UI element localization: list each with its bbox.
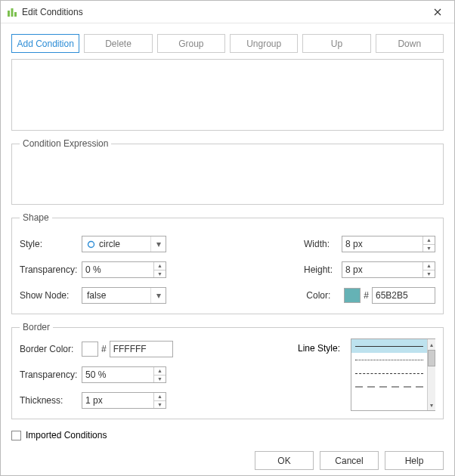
dialog-content: Add Condition Delete Group Ungroup Up Do… (1, 23, 454, 476)
spin-up-icon[interactable]: ▲ (154, 367, 166, 375)
height-value: 8 px (342, 264, 422, 275)
thickness-spinner[interactable]: 1 px ▲▼ (82, 392, 166, 409)
svg-rect-2 (14, 12, 17, 17)
style-label: Style: (20, 239, 82, 249)
hash-symbol: # (364, 290, 369, 301)
spin-down-icon[interactable]: ▼ (154, 400, 166, 409)
show-node-combo[interactable]: false ▾ (82, 287, 166, 304)
imported-conditions-checkbox[interactable] (11, 431, 21, 440)
line-style-solid[interactable] (351, 339, 427, 353)
title-left: Edit Conditions (7, 7, 83, 17)
spin-down-icon[interactable]: ▼ (154, 270, 166, 278)
line-style-label: Line Style: (298, 338, 351, 411)
line-style-dashed-long[interactable] (351, 380, 427, 394)
thickness-value: 1 px (82, 395, 153, 406)
border-transparency-label: Transparency: (20, 369, 82, 380)
help-button[interactable]: Help (385, 451, 444, 470)
add-condition-button[interactable]: Add Condition (11, 34, 79, 53)
show-node-value: false (82, 290, 150, 301)
spin-up-icon[interactable]: ▲ (423, 236, 435, 244)
delete-button[interactable]: Delete (84, 34, 152, 53)
spin-down-icon[interactable]: ▼ (423, 270, 435, 278)
condition-list[interactable] (11, 59, 444, 131)
style-combo[interactable]: circle ▾ (82, 236, 166, 252)
chevron-down-icon: ▾ (150, 288, 166, 303)
hash-symbol: # (101, 344, 107, 354)
up-button[interactable]: Up (302, 34, 370, 53)
toolbar: Add Condition Delete Group Ungroup Up Do… (11, 34, 444, 53)
scroll-thumb[interactable] (428, 350, 435, 366)
border-group: Border Border Color: # Transparency: 50 … (11, 322, 444, 419)
imported-conditions-label: Imported Conditions (26, 430, 107, 440)
spin-down-icon[interactable]: ▼ (154, 375, 166, 383)
border-color-hex-input[interactable] (110, 341, 173, 357)
border-color-label: Border Color: (20, 344, 82, 354)
title-bar: Edit Conditions (1, 1, 454, 23)
shape-transparency-value: 0 % (82, 264, 153, 275)
dialog-footer: OK Cancel Help (11, 451, 444, 470)
show-node-label: Show Node: (20, 290, 82, 301)
group-button[interactable]: Group (157, 34, 225, 53)
shape-legend: Shape (20, 212, 52, 223)
circle-icon (85, 239, 96, 249)
color-hex-input[interactable] (372, 287, 435, 304)
shape-group: Shape Style: circle ▾ Width: 8 px ▲▼ Tra… (11, 212, 444, 314)
border-transparency-value: 50 % (82, 369, 153, 380)
shape-transparency-spinner[interactable]: 0 % ▲▼ (82, 261, 166, 278)
scroll-up-icon[interactable]: ▴ (428, 339, 435, 350)
width-label: Width: (304, 239, 342, 249)
spin-up-icon[interactable]: ▲ (154, 262, 166, 270)
scroll-down-icon[interactable]: ▾ (428, 400, 435, 410)
thickness-label: Thickness: (20, 395, 82, 406)
line-style-dotted[interactable] (351, 353, 427, 366)
condition-expression-legend: Condition Expression (20, 138, 111, 149)
height-spinner[interactable]: 8 px ▲▼ (342, 261, 435, 278)
condition-expression-area[interactable] (20, 155, 435, 196)
height-label: Height: (304, 264, 342, 275)
condition-expression-group: Condition Expression (11, 138, 444, 205)
app-icon (7, 7, 17, 17)
spin-down-icon[interactable]: ▼ (423, 244, 435, 252)
border-color-swatch[interactable] (82, 342, 98, 357)
chevron-down-icon: ▾ (150, 236, 166, 252)
width-value: 8 px (342, 239, 422, 249)
imported-conditions-row: Imported Conditions (11, 430, 444, 440)
border-transparency-spinner[interactable]: 50 % ▲▼ (82, 366, 166, 383)
line-style-dashed-short[interactable] (351, 366, 427, 380)
spin-up-icon[interactable]: ▲ (423, 262, 435, 270)
ok-button[interactable]: OK (255, 451, 314, 470)
window-title: Edit Conditions (22, 7, 83, 17)
svg-point-3 (88, 241, 94, 247)
ungroup-button[interactable]: Ungroup (230, 34, 298, 53)
line-style-scrollbar[interactable]: ▴ ▾ (427, 339, 435, 410)
spin-up-icon[interactable]: ▲ (154, 393, 166, 400)
close-button[interactable] (427, 4, 448, 20)
width-spinner[interactable]: 8 px ▲▼ (342, 236, 435, 252)
color-label: Color: (306, 290, 344, 301)
shape-transparency-label: Transparency: (20, 264, 82, 275)
svg-rect-1 (11, 8, 14, 17)
down-button[interactable]: Down (376, 34, 444, 53)
svg-rect-0 (8, 11, 10, 17)
line-style-list[interactable]: ▴ ▾ (351, 338, 435, 411)
border-legend: Border (20, 322, 53, 332)
cancel-button[interactable]: Cancel (320, 451, 379, 470)
color-swatch[interactable] (344, 288, 361, 303)
style-value: circle (96, 239, 150, 249)
